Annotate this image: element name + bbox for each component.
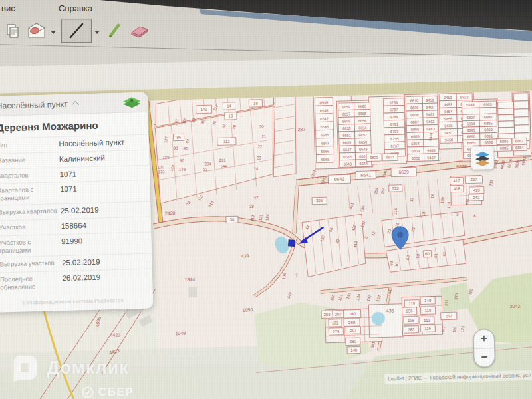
parcel-number: 4423 — [110, 332, 121, 337]
parcel-number: 6645 — [343, 155, 352, 159]
parcel-number: 6660 — [358, 104, 366, 108]
parcel-number: 378 — [332, 329, 340, 333]
panel-row-label: Кварталов — [0, 170, 60, 182]
parcel-number: 32 — [203, 167, 208, 171]
parcel-number: 395 — [316, 199, 323, 203]
parcel-number: 6896 — [484, 115, 493, 119]
parcel-number: 24 — [254, 166, 259, 170]
parcel-number: 6658 — [358, 112, 367, 116]
parcel-number: 22 — [258, 144, 263, 148]
parcel-number: 9456 — [444, 124, 453, 128]
parcel-number: 6797 — [390, 144, 399, 148]
parcel-number: 2428 — [165, 211, 176, 215]
parcel-number: 6659 — [342, 105, 350, 109]
parcel-number: 6905 — [483, 102, 492, 106]
menu-item-servis[interactable]: вис — [1, 3, 15, 13]
panel-header-label: Населённый пункт — [0, 99, 68, 110]
send-button[interactable] — [27, 21, 47, 40]
parcel-number: 6785 — [390, 100, 398, 104]
panel-row-label: Участков — [0, 222, 61, 233]
parcel-number: 85 — [184, 146, 188, 150]
parcel-number: 6789 — [390, 115, 398, 119]
parcel-number: 6795 — [390, 137, 399, 141]
menu-item-spravka[interactable]: Справка — [59, 3, 92, 13]
parcel-cell — [514, 117, 529, 126]
parcel-number: 6810 — [410, 98, 419, 102]
parcel-number: 291 — [219, 158, 227, 162]
parcel-number: 30 — [230, 217, 235, 221]
parcel-number: 1049 — [176, 331, 186, 336]
zoom-out-button[interactable]: − — [474, 348, 495, 367]
parcel-number: 6965 — [321, 158, 330, 162]
parcel-number: 9460 — [426, 105, 434, 109]
parcel-number: 6793 — [390, 130, 399, 134]
pen-tool-button[interactable] — [61, 19, 92, 43]
parcel-cell — [479, 107, 497, 114]
parcel-number: 369 — [348, 321, 356, 325]
parcel-number: 417 — [453, 179, 460, 183]
parcel-number: 6643 — [344, 162, 352, 166]
panel-row-value: 1071 — [60, 183, 150, 201]
parcel-number: 6889 — [467, 141, 476, 145]
parcel-number: 6655 — [342, 119, 351, 123]
parcel-number: 212 — [446, 314, 453, 318]
panel-row-value: 25.02.2019 — [61, 205, 151, 216]
parcel-number: 110 — [425, 309, 432, 313]
panel-row-value: 26.02.2019 — [62, 272, 152, 290]
parcel-number: 130 — [158, 165, 165, 169]
parcel-number: 6545 — [321, 133, 329, 137]
panel-row-value: 1071 — [59, 168, 150, 179]
parcel-number: 90 — [180, 158, 184, 162]
parcel-number: 9452 — [444, 96, 452, 100]
parcel-number: 6809 — [410, 106, 419, 110]
marker-tool-button[interactable] — [105, 21, 124, 40]
selected-parcel-square[interactable] — [289, 240, 295, 247]
panel-row-value: Калининский — [59, 152, 150, 164]
parcel-number: 83 — [174, 146, 178, 150]
parcel-number: 6656 — [358, 119, 367, 123]
parcel-number: 6922 — [460, 95, 469, 99]
parcel-cell — [514, 109, 529, 118]
copy-button[interactable] — [4, 23, 21, 40]
pen-dropdown-caret[interactable] — [94, 31, 100, 34]
parcel-number: 6963 — [321, 141, 329, 145]
zoom-in-button[interactable]: + — [473, 329, 494, 348]
parcel-cell — [498, 108, 514, 115]
captured-screenshot: skarta.com — [0, 53, 532, 399]
parcel-number: 9467 — [427, 156, 436, 160]
panel-row: Последнее обновление26.02.2019 — [0, 269, 153, 295]
parcel-number: 6653 — [342, 126, 351, 130]
parcel-number: 6892 — [484, 128, 493, 132]
parcel-number: 138 — [179, 167, 186, 171]
marker-tool-icon — [106, 22, 123, 39]
layers-icon — [472, 148, 493, 168]
eraser-tool-button[interactable] — [129, 23, 150, 40]
parcel-number: 6546 — [321, 125, 329, 129]
parcel-number: 6652 — [358, 133, 367, 137]
parcel-number: 6891 — [484, 134, 493, 138]
parcel-number: 9461 — [426, 112, 435, 116]
parcel-number: 1944 — [184, 277, 195, 281]
parcel-number: 20 — [259, 124, 264, 128]
send-dropdown-caret[interactable] — [51, 31, 56, 34]
parcel-number: 6800 — [370, 156, 378, 160]
send-icon — [27, 22, 46, 39]
parcel-number: 286 — [221, 165, 228, 169]
parcel-number: 6651 — [342, 134, 351, 138]
panel-row-label: Участков с границами — [0, 237, 62, 255]
parcel-number: 6549 — [320, 100, 329, 104]
parcel-number: 6966 — [321, 149, 329, 153]
panel-row-label: Выгрузка участков — [0, 259, 62, 271]
parcel-number: 21 — [261, 134, 266, 138]
parcel-number: 18 — [422, 211, 426, 217]
parcel-number: 418 — [454, 187, 461, 191]
pen-tool-icon — [65, 21, 88, 41]
parcel-number: 6642 — [334, 176, 345, 181]
parcel-number: 9458 — [445, 138, 454, 142]
parcel-number: 113 — [424, 319, 430, 323]
parcel-number: 6648 — [359, 147, 368, 151]
parcel-number: 116 — [424, 327, 431, 331]
layers-control-button[interactable] — [471, 146, 494, 170]
parcel-number: 6644 — [359, 162, 368, 166]
collapse-chevron-icon — [71, 101, 78, 108]
